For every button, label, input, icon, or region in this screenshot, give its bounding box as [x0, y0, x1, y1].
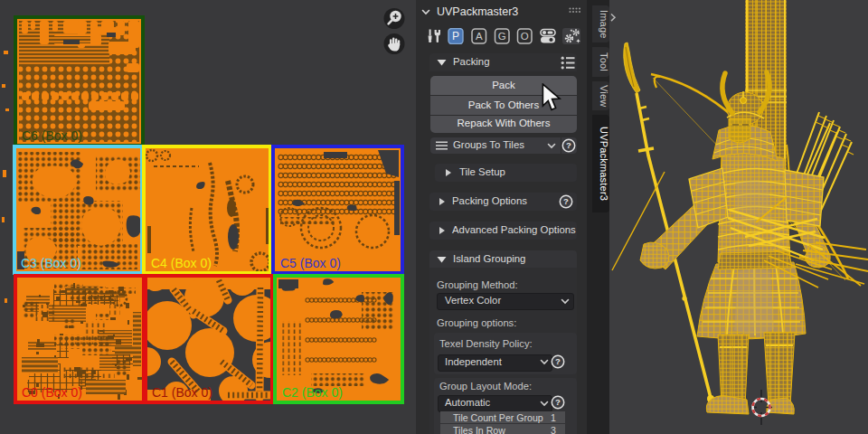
svg-text:?: ?	[566, 140, 571, 150]
svg-text:O: O	[521, 31, 529, 42]
svg-text:?: ?	[555, 397, 561, 407]
svg-text:?: ?	[555, 356, 561, 366]
svg-text:A: A	[476, 31, 483, 42]
svg-text:P: P	[452, 30, 459, 42]
svg-text:G: G	[498, 31, 506, 42]
svg-text:?: ?	[563, 196, 569, 206]
